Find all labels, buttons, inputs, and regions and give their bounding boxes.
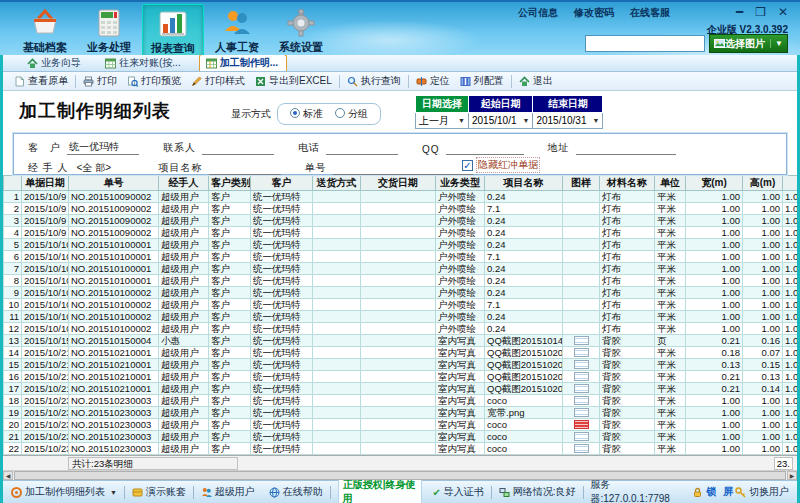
table-cell[interactable] <box>313 371 361 383</box>
table-cell[interactable]: 1.00 <box>686 191 743 203</box>
table-cell[interactable]: 2015/10/9 <box>22 203 69 215</box>
horizontal-scrollbar[interactable]: ◀ ▶ <box>3 470 797 480</box>
table-cell[interactable]: 1.00 <box>743 239 783 251</box>
table-cell[interactable]: 19 <box>4 407 22 419</box>
table-cell[interactable]: QQ截图2015102000390 <box>485 371 563 383</box>
table-cell[interactable]: 2015/10/23 <box>22 395 69 407</box>
table-cell[interactable]: 背胶 <box>600 443 655 455</box>
table-cell[interactable]: 统一优玛特 <box>251 335 313 347</box>
table-cell[interactable]: 超级用户 <box>159 383 209 395</box>
table-cell[interactable]: 客户 <box>209 251 251 263</box>
order-no-field[interactable] <box>333 174 473 175</box>
table-cell[interactable]: 平米 <box>655 263 686 275</box>
table-cell[interactable]: 1.00 <box>743 323 783 335</box>
table-cell[interactable]: 平米 <box>655 407 686 419</box>
table-cell[interactable]: 背胶 <box>600 335 655 347</box>
table-cell[interactable] <box>563 239 600 251</box>
table-cell[interactable]: 平米 <box>655 395 686 407</box>
table-cell[interactable]: 宽带.png <box>485 407 563 419</box>
table-cell[interactable]: 0.24 <box>485 191 563 203</box>
table-cell[interactable]: 1.00 <box>686 227 743 239</box>
table-cell[interactable]: 1.00 <box>686 395 743 407</box>
table-cell[interactable]: 平米 <box>655 215 686 227</box>
table-row[interactable]: 122015/10/10NO.201510100002超级用户客户统一优玛特户外… <box>4 323 798 335</box>
table-cell[interactable] <box>361 287 436 299</box>
table-cell[interactable]: 统一优玛特 <box>251 359 313 371</box>
table-cell[interactable]: 室内写真 <box>436 395 485 407</box>
table-cell[interactable]: 2015/10/10 <box>22 299 69 311</box>
print-button[interactable]: 打印 <box>78 73 122 90</box>
table-cell[interactable] <box>563 275 600 287</box>
network-status[interactable]: 网络情况:良好 <box>499 485 576 499</box>
table-cell[interactable]: 平米 <box>655 299 686 311</box>
table-cell[interactable] <box>361 371 436 383</box>
column-header[interactable]: 单据日期 <box>22 176 69 191</box>
table-cell[interactable]: 1.00 <box>743 287 783 299</box>
table-cell[interactable]: 2015/10/21 <box>22 371 69 383</box>
table-cell[interactable]: 灯布 <box>600 263 655 275</box>
table-cell[interactable] <box>563 227 600 239</box>
table-cell[interactable] <box>361 323 436 335</box>
table-cell[interactable]: 平米 <box>655 419 686 431</box>
table-cell[interactable] <box>313 323 361 335</box>
table-cell[interactable]: 灯布 <box>600 215 655 227</box>
table-cell[interactable]: 2015/10/21 <box>22 359 69 371</box>
table-cell[interactable]: 客户 <box>209 299 251 311</box>
table-cell[interactable]: 灯布 <box>600 191 655 203</box>
switch-user-button[interactable]: 切换用户 <box>735 485 789 499</box>
table-row[interactable]: 42015/10/9NO.201510090002超级用户客户统一优玛特户外喷绘… <box>4 227 798 239</box>
table-cell[interactable]: 灯布 <box>600 311 655 323</box>
table-cell[interactable]: 2015/10/9 <box>22 191 69 203</box>
table-cell[interactable]: coco <box>485 431 563 443</box>
table-cell[interactable]: 室内写真 <box>436 347 485 359</box>
table-cell[interactable]: 统一优玛特 <box>251 215 313 227</box>
table-cell[interactable]: 超级用户 <box>159 395 209 407</box>
table-cell[interactable]: 1.00 <box>743 275 783 287</box>
table-cell[interactable]: 1.00 <box>743 191 783 203</box>
table-cell[interactable]: 统一优玛特 <box>251 251 313 263</box>
table-cell[interactable]: 0.14 <box>743 383 783 395</box>
table-row[interactable]: 162015/10/21NO.201510210001超级用户客户统一优玛特室内… <box>4 371 798 383</box>
tab-reconciliation[interactable]: 往来对账(按... <box>99 55 189 71</box>
table-cell[interactable]: 户外喷绘 <box>436 203 485 215</box>
table-cell[interactable]: QQ截图2015101412334 <box>485 335 563 347</box>
table-cell[interactable] <box>361 227 436 239</box>
table-cell[interactable]: 15 <box>4 359 22 371</box>
table-cell[interactable] <box>313 191 361 203</box>
table-cell[interactable]: 超级用户 <box>159 215 209 227</box>
table-cell[interactable]: 户外喷绘 <box>436 311 485 323</box>
table-cell[interactable]: 0.24 <box>485 287 563 299</box>
table-cell[interactable] <box>563 287 600 299</box>
hide-red-checkbox[interactable]: ✓ <box>462 160 473 171</box>
table-cell[interactable]: NO.201510230003 <box>69 419 159 431</box>
table-row[interactable]: 212015/10/23NO.201510230003超级用户客户统一优玛特室内… <box>4 431 798 443</box>
table-cell[interactable]: 室内写真 <box>436 419 485 431</box>
table-cell[interactable]: 0.15 <box>743 359 783 371</box>
table-cell[interactable]: 超级用户 <box>159 311 209 323</box>
table-cell[interactable] <box>361 203 436 215</box>
table-cell[interactable]: 1.0 <box>783 431 798 443</box>
table-cell[interactable]: 超级用户 <box>159 251 209 263</box>
table-cell[interactable]: 1.0 <box>783 275 798 287</box>
table-cell[interactable]: 0.24 <box>485 311 563 323</box>
table-cell[interactable]: 室内写真 <box>436 443 485 455</box>
change-password-link[interactable]: 修改密码 <box>574 6 614 20</box>
table-cell[interactable] <box>361 191 436 203</box>
table-cell[interactable] <box>563 251 600 263</box>
table-cell[interactable]: 1.00 <box>686 323 743 335</box>
table-cell[interactable]: 统一优玛特 <box>251 371 313 383</box>
scrollbar-thumb[interactable] <box>14 471 786 480</box>
table-cell[interactable]: 客户 <box>209 191 251 203</box>
online-service-link[interactable]: 在线客服 <box>630 6 670 20</box>
table-cell[interactable]: 1.0 <box>783 359 798 371</box>
table-cell[interactable]: 平米 <box>655 431 686 443</box>
table-cell[interactable]: 室内写真 <box>436 383 485 395</box>
table-cell[interactable]: NO.201510100001 <box>69 275 159 287</box>
table-cell[interactable]: NO.201510090002 <box>69 191 159 203</box>
table-cell[interactable]: 统一优玛特 <box>251 407 313 419</box>
table-cell[interactable] <box>361 407 436 419</box>
start-date-select[interactable]: 2015/10/1▼ <box>469 113 533 129</box>
table-cell[interactable] <box>313 299 361 311</box>
table-cell[interactable]: 1.0 <box>783 443 798 455</box>
column-header[interactable]: 宽(m) <box>686 176 743 191</box>
